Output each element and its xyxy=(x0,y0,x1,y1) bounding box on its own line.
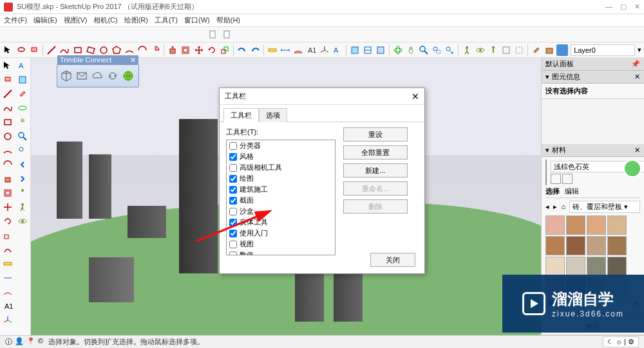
toolbar-item-checkbox[interactable] xyxy=(229,252,237,256)
dialog-close-icon[interactable]: ✕ xyxy=(412,91,419,102)
doc-icon[interactable] xyxy=(207,28,220,41)
pushpull-icon[interactable] xyxy=(167,44,178,57)
material-fwd-icon[interactable]: ▸ xyxy=(553,203,560,212)
swatch[interactable] xyxy=(566,215,585,235)
reset-button[interactable]: 重设 xyxy=(343,127,408,142)
trimble-globe-icon[interactable] xyxy=(122,69,135,82)
lt-3dtext-icon[interactable]: A xyxy=(16,59,29,72)
swatch[interactable] xyxy=(607,257,627,276)
toolbar-item[interactable]: 视图 xyxy=(227,239,335,250)
layer-manager-icon[interactable] xyxy=(556,44,568,56)
toolbar-item-checkbox[interactable] xyxy=(229,164,237,172)
orbit-icon[interactable] xyxy=(392,44,404,57)
menu-window[interactable]: 窗口(W) xyxy=(184,15,210,25)
rotated-rect-icon[interactable] xyxy=(85,44,97,57)
material-home-icon[interactable]: ⌂ xyxy=(562,203,568,212)
delete-button[interactable]: 删除 xyxy=(343,199,408,214)
lt-push-icon[interactable] xyxy=(1,172,14,185)
lt-look-icon[interactable] xyxy=(16,215,29,228)
lasso-icon[interactable] xyxy=(15,44,27,57)
rotate-icon[interactable] xyxy=(206,44,218,57)
zoom-extents-icon[interactable] xyxy=(444,44,455,57)
lt-circle-icon[interactable] xyxy=(1,130,14,143)
lt-line-icon[interactable] xyxy=(1,87,14,100)
lt-zoom-icon[interactable] xyxy=(16,130,29,143)
look-icon[interactable] xyxy=(474,44,486,57)
close-button[interactable]: 关闭 xyxy=(370,253,415,267)
toolbar-item[interactable]: 数值 xyxy=(227,250,335,255)
pan-icon[interactable] xyxy=(405,44,417,57)
doc-icon-2[interactable] xyxy=(221,28,234,41)
materials-header[interactable]: ▾ 材料 ✕ xyxy=(542,144,644,157)
rename-button[interactable]: 重命名... xyxy=(343,181,408,196)
lt-rotate-icon[interactable] xyxy=(1,215,14,228)
polygon-icon[interactable] xyxy=(111,44,122,57)
trimble-sync-icon[interactable] xyxy=(106,69,119,82)
lt-prev-icon[interactable] xyxy=(16,158,29,171)
entity-close-icon[interactable]: ✕ xyxy=(634,73,640,81)
window-minimize[interactable]: — xyxy=(605,3,612,11)
paint-icon[interactable] xyxy=(531,44,542,57)
sb-help-icon[interactable]: ⓘ xyxy=(5,337,12,347)
line-icon[interactable] xyxy=(46,44,57,57)
swatch[interactable] xyxy=(545,215,565,235)
zoom-window-icon[interactable] xyxy=(431,44,442,57)
arc-icon[interactable] xyxy=(124,44,135,57)
sb-user-icon[interactable]: 👤 xyxy=(15,337,24,347)
green-badge-icon[interactable] xyxy=(623,160,641,178)
lt-walk-icon[interactable] xyxy=(16,201,29,214)
offset-icon[interactable] xyxy=(180,44,191,57)
trimble-connect-panel[interactable]: Trimble Connect ✕ xyxy=(57,64,139,87)
trimble-cloud-icon[interactable] xyxy=(91,69,104,82)
menu-help[interactable]: 帮助(H) xyxy=(216,15,240,25)
menu-file[interactable]: 文件(F) xyxy=(4,15,27,25)
menu-tools[interactable]: 工具(T) xyxy=(155,15,178,25)
swatch[interactable] xyxy=(587,257,606,276)
toolbar-item-checkbox[interactable] xyxy=(229,197,237,205)
lt-axes-icon[interactable] xyxy=(1,314,14,327)
shadow-toggle-icon[interactable]: ☾ ☼ | ⚙ xyxy=(603,336,639,347)
toolbar-listbox[interactable]: 分类器风格高级相机工具绘图建筑施工截面沙盒实体工具使用入门视图数值图层相机阴影主… xyxy=(226,140,336,255)
section-cut-icon[interactable] xyxy=(375,44,386,57)
sb-geo-icon[interactable]: 📍 xyxy=(26,337,35,347)
material-sample-icon[interactable] xyxy=(562,174,573,184)
lt-orbit-icon[interactable] xyxy=(16,102,29,114)
lt-pan-icon[interactable] xyxy=(16,116,29,129)
toolbar-item[interactable]: 高级相机工具 xyxy=(227,162,335,173)
swatch[interactable] xyxy=(566,257,585,276)
lt-position-icon[interactable] xyxy=(16,187,29,199)
redo-icon[interactable] xyxy=(249,44,261,57)
circle-icon[interactable] xyxy=(98,44,109,57)
entity-info-header[interactable]: ▾ 图元信息 ✕ xyxy=(542,71,644,84)
move-icon[interactable] xyxy=(193,44,205,57)
lt-offset-icon[interactable] xyxy=(1,187,14,199)
swatch[interactable] xyxy=(545,257,565,276)
toolbar-item-checkbox[interactable] xyxy=(229,219,237,226)
section-icon[interactable] xyxy=(349,44,361,57)
back-edges-icon[interactable] xyxy=(513,44,525,57)
text-icon[interactable]: A1 xyxy=(305,44,317,57)
toolbar-item[interactable]: 沙盒 xyxy=(227,206,335,217)
sb-credit-icon[interactable]: © xyxy=(38,337,43,347)
freehand-icon[interactable] xyxy=(59,44,70,57)
lt-select-icon[interactable] xyxy=(1,59,14,72)
lt-freehand-icon[interactable] xyxy=(1,102,14,114)
display-section-icon[interactable] xyxy=(362,44,374,57)
toolbar-item-checkbox[interactable] xyxy=(229,241,237,248)
reset-all-button[interactable]: 全部重置 xyxy=(343,145,408,160)
window-close[interactable]: ✕ xyxy=(634,3,640,11)
material-category-dropdown[interactable]: 砖、覆层和壁板 ▾ xyxy=(569,201,640,213)
lt-rect-icon[interactable] xyxy=(1,116,14,129)
position-camera-icon[interactable] xyxy=(488,44,499,57)
lt-arc2-icon[interactable] xyxy=(1,158,14,171)
materials-close-icon[interactable]: ✕ xyxy=(634,146,640,154)
component-icon[interactable] xyxy=(544,44,555,57)
xray-icon[interactable] xyxy=(500,44,512,57)
scale-icon[interactable] xyxy=(219,44,231,57)
arc2-icon[interactable] xyxy=(137,44,148,57)
toolbar-item[interactable]: 截面 xyxy=(227,195,335,206)
select-icon[interactable] xyxy=(3,44,14,57)
toolbar-item[interactable]: 实体工具 xyxy=(227,217,335,228)
axes-icon[interactable] xyxy=(318,44,330,57)
dimension-icon[interactable] xyxy=(279,44,291,57)
